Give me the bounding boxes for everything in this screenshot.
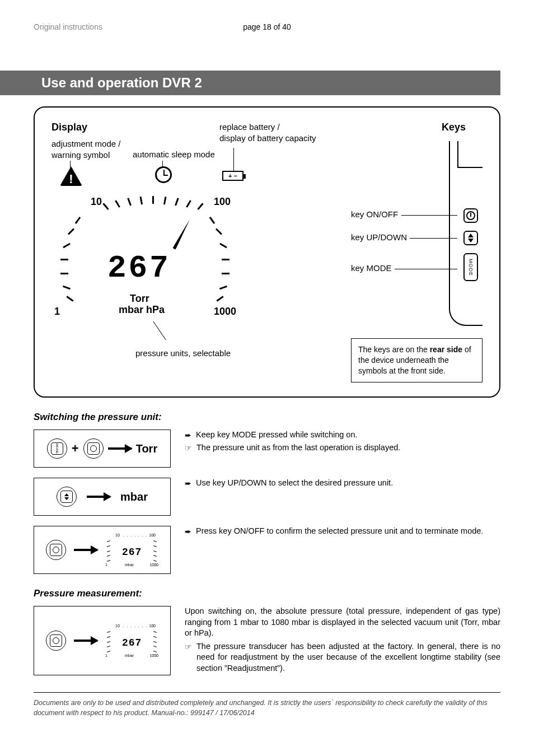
arrow-right-icon (74, 640, 97, 642)
scale-100: 100 (214, 196, 231, 208)
scale-1000: 1000 (214, 306, 236, 318)
measurement-row: 10 100 1 1000 ' ' ' ' ' ' ' 267 mbar Upo… (34, 606, 500, 675)
key-mode-label: key MODE (351, 263, 392, 273)
measurement-image: 10 100 1 1000 ' ' ' ' ' ' ' 267 mbar (34, 606, 171, 675)
unit-torr: Torr (130, 293, 149, 305)
measurement-intro: Upon switching on, the absolute pressure… (185, 606, 500, 639)
keys-note: The keys are on the rear side of the dev… (351, 338, 483, 382)
sleep-label: automatic sleep mode (133, 150, 215, 159)
clock-icon (155, 166, 172, 183)
warning-icon (60, 166, 82, 186)
key-updown-button (463, 231, 478, 245)
arrow-right-icon (74, 549, 97, 551)
power-button-icon (83, 438, 104, 459)
step-row-3: 10 100 1 1000 ' ' ' ' ' ' ' 267 mbar ➨Pr… (34, 526, 500, 574)
power-button-icon (46, 631, 66, 651)
footer-rule (34, 692, 500, 693)
display-heading: Display (51, 122, 87, 133)
section-title: Use and operation DVR 2 (34, 71, 500, 95)
key-onoff-button (463, 208, 478, 223)
arrow-right-icon (108, 447, 132, 450)
footnote: Documents are only to be used and distri… (34, 698, 500, 718)
display-keys-diagram: Display Keys replace battery / display o… (34, 106, 500, 398)
step2-image: mbar (34, 478, 171, 516)
power-button-icon (46, 540, 66, 560)
measurement-note: The pressure transducer has been adjuste… (196, 641, 500, 674)
switching-heading: Switching the pressure unit: (34, 412, 500, 423)
arrow-right-icon (87, 496, 110, 498)
unit-mbar-hpa: mbar hPa (119, 304, 165, 316)
step1-image: MODE + Torr (34, 430, 171, 468)
gauge-needle (172, 218, 191, 250)
mini-gauge: 10 100 1 1000 ' ' ' ' ' ' ' 267 mbar (105, 624, 158, 657)
adjustment-label: adjustment mode / warning symbol (51, 138, 120, 160)
updown-button-icon (57, 487, 77, 507)
keys-heading: Keys (442, 122, 466, 133)
step-row-1: MODE + Torr ➨Keep key MODE pressed while… (34, 430, 500, 468)
header-left: Original instructions (34, 22, 189, 31)
mode-button-icon: MODE (47, 438, 67, 459)
step3-image: 10 100 1 1000 ' ' ' ' ' ' ' 267 mbar (34, 526, 171, 574)
page-header: Original instructions page 18 of 40 (34, 22, 500, 31)
units-caption: pressure units, selectable (135, 348, 231, 358)
key-onoff-label: key ON/OFF (351, 209, 398, 219)
header-center: page 18 of 40 (189, 22, 345, 31)
scale-10: 10 (91, 196, 102, 208)
step-row-2: mbar ➨Use key UP/DOWN to select the desi… (34, 478, 500, 516)
gauge-reading: 267 (107, 250, 171, 286)
measurement-heading: Pressure measurement: (34, 588, 500, 599)
key-updown-label: key UP/DOWN (351, 232, 407, 242)
pressure-gauge: 10 100 1 1000 (51, 192, 236, 320)
scale-1: 1 (54, 306, 60, 318)
mini-gauge: 10 100 1 1000 ' ' ' ' ' ' ' 267 mbar (105, 533, 158, 567)
key-mode-button: MODE (463, 253, 478, 281)
battery-icon: + − (222, 171, 243, 181)
battery-label: replace battery / display of battery cap… (219, 122, 316, 143)
